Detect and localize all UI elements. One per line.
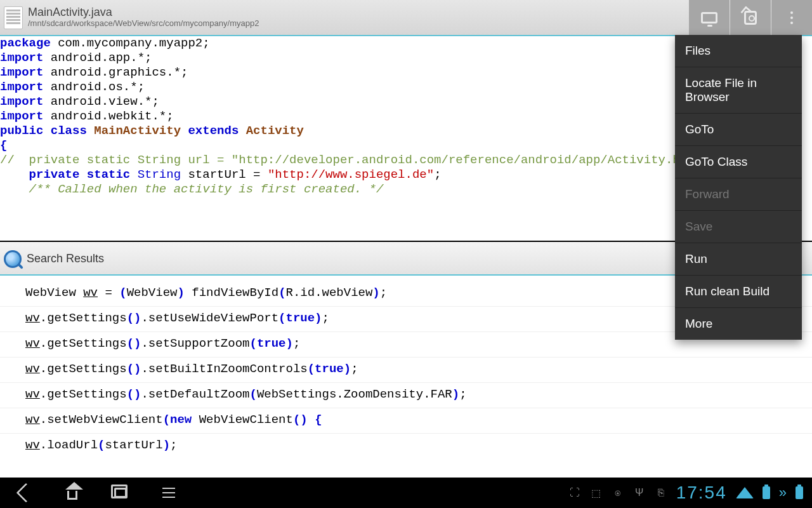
nav-buttons <box>15 484 178 502</box>
monitor-icon <box>701 12 717 23</box>
menu-item-files[interactable]: Files <box>675 35 802 67</box>
search-result-row[interactable]: wv.loadUrl(startUrl); <box>0 433 812 458</box>
recent-icon <box>114 488 127 498</box>
file-title: MainActivity.java <box>28 6 259 19</box>
file-path: /mnt/sdcard/workspace/WebView/src/com/my… <box>28 19 259 28</box>
camera-icon <box>744 11 757 25</box>
overflow-button[interactable] <box>771 0 812 35</box>
home-icon <box>67 491 77 500</box>
battery-icon-2 <box>796 486 803 499</box>
expand-icon: ⛶ <box>568 486 581 499</box>
app-topbar: MainActivity.java /mnt/sdcard/workspace/… <box>0 0 812 35</box>
home-button[interactable] <box>63 484 81 502</box>
overflow-menu: FilesLocate File in BrowserGoToGoTo Clas… <box>675 35 802 340</box>
sync-icon: ⎘ <box>655 486 667 499</box>
menu-item-goto[interactable]: GoTo <box>675 114 802 146</box>
screenshot-button[interactable] <box>730 0 771 35</box>
recent-apps-button[interactable] <box>112 484 129 502</box>
usb-icon: Ψ <box>633 486 646 499</box>
menu-item-run[interactable]: Run <box>675 243 802 276</box>
menu-item-forward: Forward <box>675 178 802 211</box>
android-system-bar: ⛶ ⬚ ⍟ Ψ ⎘ 17:54 » <box>0 478 812 508</box>
file-info: MainActivity.java /mnt/sdcard/workspace/… <box>28 6 259 28</box>
search-icon <box>4 250 22 268</box>
search-result-row[interactable]: wv.getSettings().setDefaultZoom(WebSetti… <box>0 382 812 408</box>
desktop-mode-button[interactable] <box>689 0 730 35</box>
search-result-row[interactable]: wv.getSettings().setBuiltInZoomControls(… <box>0 357 812 382</box>
menu-item-save: Save <box>675 211 802 243</box>
menu-item-locate-file-in-browser[interactable]: Locate File in Browser <box>675 67 802 114</box>
status-clock: 17:54 <box>676 483 727 503</box>
menu-item-run-clean-build[interactable]: Run clean Build <box>675 276 802 308</box>
battery-icon <box>763 486 770 499</box>
download-icon: ⬚ <box>590 486 603 499</box>
menu-button[interactable] <box>160 484 178 502</box>
chevron-icon: » <box>779 485 787 501</box>
back-icon <box>16 483 36 502</box>
back-button[interactable] <box>15 484 33 502</box>
menu-icon <box>162 492 175 493</box>
file-icon <box>4 6 23 29</box>
vertical-dots-icon <box>790 17 793 19</box>
status-area[interactable]: ⛶ ⬚ ⍟ Ψ ⎘ 17:54 » <box>568 483 807 503</box>
android-icon: ⍟ <box>612 486 624 499</box>
wifi-icon <box>736 487 754 498</box>
topbar-actions <box>689 0 812 35</box>
search-results-label: Search Results <box>27 252 104 265</box>
search-result-row[interactable]: wv.setWebViewClient(new WebViewClient() … <box>0 408 812 433</box>
menu-item-more[interactable]: More <box>675 308 802 340</box>
menu-item-goto-class[interactable]: GoTo Class <box>675 146 802 178</box>
